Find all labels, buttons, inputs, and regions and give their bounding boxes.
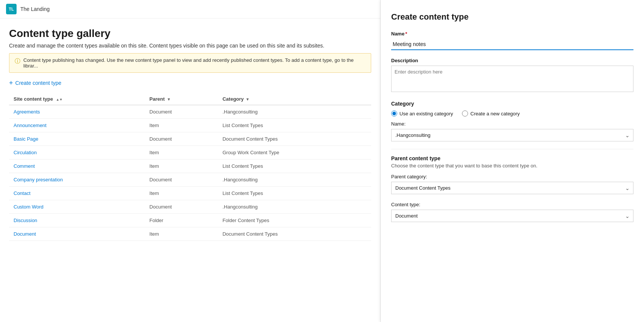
row-link[interactable]: Comment	[14, 163, 35, 169]
content-type-select[interactable]: DocumentItemFolder	[391, 210, 633, 222]
table-row: Basic Page Document Document Content Typ…	[9, 132, 371, 146]
radio-create-new[interactable]: Create a new category	[462, 110, 520, 117]
row-link[interactable]: Document	[14, 231, 36, 237]
cell-parent: Item	[145, 159, 218, 173]
category-select-wrapper: .HangconsultingDocument Content TypesLis…	[391, 129, 633, 141]
row-link[interactable]: Company presentation	[14, 177, 63, 182]
table-row: Circulation Item Group Work Content Type	[9, 146, 371, 159]
required-star: *	[405, 31, 407, 37]
panel-title: Create content type	[391, 12, 633, 22]
table-row: Company presentation Document .Hangconsu…	[9, 173, 371, 187]
info-icon: ⓘ	[15, 58, 20, 65]
table-row: Agreements Document .Hangconsulting	[9, 105, 371, 119]
name-input[interactable]	[391, 39, 633, 50]
cell-name: Company presentation	[9, 173, 145, 187]
cell-name: Agreements	[9, 105, 145, 119]
cell-parent: Document	[145, 105, 218, 119]
row-link[interactable]: Contact	[14, 190, 31, 196]
category-section-title: Category	[391, 101, 633, 107]
divider-1	[391, 149, 633, 149]
table-row: Discussion Folder Folder Content Types	[9, 214, 371, 227]
info-banner: ⓘ Content type publishing has changed. U…	[9, 53, 371, 73]
row-link[interactable]: Announcement	[14, 123, 46, 128]
table-row: Document Item Document Content Types	[9, 227, 371, 241]
col-header-category[interactable]: Category ▾	[218, 93, 371, 105]
filter-icon-category[interactable]: ▾	[246, 97, 249, 101]
cell-name: Custom Word	[9, 200, 145, 214]
cell-parent: Document	[145, 132, 218, 146]
site-name: The Landing	[20, 6, 50, 12]
row-link[interactable]: Basic Page	[14, 136, 38, 142]
cell-name: Circulation	[9, 146, 145, 159]
content-type-select-wrapper: DocumentItemFolder	[391, 210, 633, 222]
cell-category: Document Content Types	[218, 227, 371, 241]
plus-icon: +	[9, 80, 13, 86]
cell-parent: Item	[145, 146, 218, 159]
top-bar: TL The Landing	[0, 0, 380, 18]
left-panel: TL The Landing Content type gallery Crea…	[0, 0, 381, 322]
cell-category: .Hangconsulting	[218, 200, 371, 214]
cell-name: Announcement	[9, 119, 145, 132]
sort-icons-name[interactable]: ▲▼	[56, 98, 63, 101]
radio-create-new-label: Create a new category	[470, 111, 520, 117]
table-row: Announcement Item List Content Types	[9, 119, 371, 132]
cell-parent: Item	[145, 119, 218, 132]
cell-name: Comment	[9, 159, 145, 173]
row-link[interactable]: Custom Word	[14, 204, 43, 210]
col-header-parent[interactable]: Parent ▾	[145, 93, 218, 105]
row-link[interactable]: Agreements	[14, 109, 40, 115]
col-header-name[interactable]: Site content type ▲▼	[9, 93, 145, 105]
description-label: Description	[391, 58, 633, 63]
radio-use-existing-label: Use an existing category	[399, 111, 453, 117]
category-select[interactable]: .HangconsultingDocument Content TypesLis…	[391, 129, 633, 141]
description-form-group: Description	[391, 58, 633, 93]
parent-description: Choose the content type that you want to…	[391, 163, 633, 169]
filter-icon-parent[interactable]: ▾	[168, 97, 170, 101]
cell-parent: Folder	[145, 214, 218, 227]
table-header-row: Site content type ▲▼ Parent ▾ Category ▾	[9, 93, 371, 105]
parent-section-title: Parent content type	[391, 155, 633, 161]
cell-category: .Hangconsulting	[218, 105, 371, 119]
page-description: Create and manage the content types avai…	[9, 43, 371, 49]
cell-category: Folder Content Types	[218, 214, 371, 227]
cell-name: Discussion	[9, 214, 145, 227]
right-panel: Create content type Name* Description Ca…	[381, 0, 644, 322]
radio-use-existing-input[interactable]	[391, 110, 397, 117]
cell-name: Document	[9, 227, 145, 241]
row-link[interactable]: Discussion	[14, 218, 37, 223]
radio-create-new-input[interactable]	[462, 110, 468, 117]
radio-use-existing[interactable]: Use an existing category	[391, 110, 453, 117]
content-type-label: Content type:	[391, 202, 633, 207]
create-content-type-button[interactable]: + Create content type	[9, 80, 61, 86]
cell-category: Group Work Content Type	[218, 146, 371, 159]
parent-category-select-wrapper: Document Content TypesList Content Types…	[391, 182, 633, 194]
create-button-label: Create content type	[15, 80, 61, 86]
cell-parent: Document	[145, 173, 218, 187]
cell-name: Contact	[9, 187, 145, 200]
name-label: Name*	[391, 31, 633, 37]
info-banner-text: Content type publishing has changed. Use…	[23, 57, 366, 69]
cell-category: List Content Types	[218, 187, 371, 200]
cell-category: List Content Types	[218, 159, 371, 173]
radio-group: Use an existing category Create a new ca…	[391, 110, 633, 117]
content-type-group: Content type: DocumentItemFolder	[391, 202, 633, 222]
parent-category-select[interactable]: Document Content TypesList Content Types…	[391, 182, 633, 194]
row-link[interactable]: Circulation	[14, 150, 37, 155]
category-name-label: Name:	[391, 121, 633, 127]
cell-parent: Item	[145, 187, 218, 200]
table-row: Comment Item List Content Types	[9, 159, 371, 173]
parent-category-label: Parent category:	[391, 174, 633, 179]
main-content: Content type gallery Create and manage t…	[0, 18, 380, 241]
name-form-group: Name*	[391, 31, 633, 50]
category-section: Category Use an existing category Create…	[391, 101, 633, 141]
content-table: Site content type ▲▼ Parent ▾ Category ▾…	[9, 93, 371, 241]
page-title: Content type gallery	[9, 28, 371, 40]
table-row: Contact Item List Content Types	[9, 187, 371, 200]
description-textarea[interactable]	[391, 66, 633, 92]
cell-category: List Content Types	[218, 119, 371, 132]
cell-category: .Hangconsulting	[218, 173, 371, 187]
cell-name: Basic Page	[9, 132, 145, 146]
table-row: Custom Word Document .Hangconsulting	[9, 200, 371, 214]
parent-section: Parent content type Choose the content t…	[391, 155, 633, 194]
avatar: TL	[6, 4, 17, 14]
